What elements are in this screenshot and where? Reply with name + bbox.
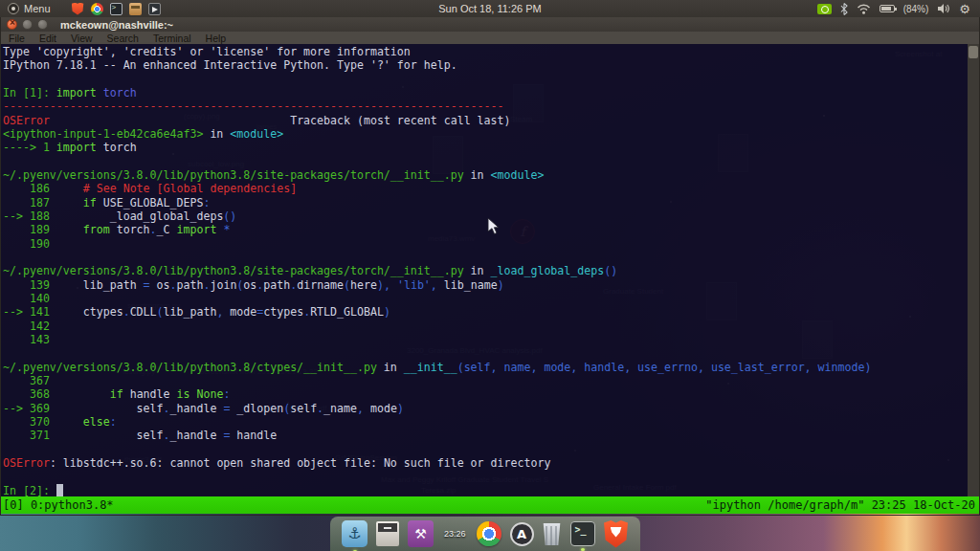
terminal-output: Type 'copyright', 'credits' or 'license'… bbox=[3, 45, 871, 496]
terminal-line: 368 if handle is None: bbox=[3, 387, 871, 401]
bluetooth-icon[interactable] bbox=[840, 3, 848, 15]
volume-icon[interactable] bbox=[937, 3, 950, 14]
terminal-line: --> 141 ctypes.CDLL(lib_path, mode=ctype… bbox=[3, 305, 871, 319]
menu-help[interactable]: Help bbox=[206, 33, 227, 44]
terminal-line: ~/.pyenv/versions/3.8.0/lib/python3.8/si… bbox=[3, 168, 871, 182]
panel-menu-button[interactable]: Menu bbox=[0, 0, 58, 17]
terminal-scrollbar[interactable] bbox=[968, 44, 979, 496]
dock-chrome-icon[interactable] bbox=[477, 521, 501, 546]
terminal-line: In [1]: import torch bbox=[3, 86, 871, 99]
anchor-glyph: ⚓ bbox=[347, 526, 361, 541]
terminal-line: IPython 7.18.1 -- An enhanced Interactiv… bbox=[3, 58, 871, 72]
dock-tools-icon[interactable]: ⚒ bbox=[408, 520, 434, 547]
tools-glyph: ⚒ bbox=[414, 527, 427, 540]
terminal-line: 140 bbox=[3, 292, 871, 305]
terminal-titlebar[interactable]: mckeown@nashville:~ bbox=[1, 17, 979, 32]
screen-window-list: [0] 0:python3.8* bbox=[3, 496, 114, 514]
battery-percent[interactable]: (84%) bbox=[903, 4, 929, 14]
window-title: mckeown@nashville:~ bbox=[60, 19, 173, 31]
terminal-line bbox=[3, 73, 871, 86]
nvidia-icon[interactable] bbox=[817, 4, 832, 14]
terminal-line: <ipython-input-1-eb42ca6e4af3> in <modul… bbox=[3, 127, 871, 141]
dock-trash-icon[interactable] bbox=[543, 522, 562, 545]
files-icon[interactable] bbox=[129, 3, 142, 15]
brave-icon[interactable] bbox=[72, 3, 84, 15]
terminal-line: OSError Traceback (most recent call last… bbox=[3, 114, 871, 127]
terminal-line: 142 bbox=[3, 320, 871, 333]
terminal-line: 371 self._handle = handle bbox=[3, 429, 871, 442]
dock-file-cabinet-icon[interactable] bbox=[376, 521, 399, 546]
terminal-line: OSError: libstdc++.so.6: cannot open sha… bbox=[3, 456, 871, 470]
window-close-button[interactable] bbox=[7, 19, 17, 30]
remote-icon[interactable] bbox=[148, 3, 161, 15]
scrollbar-thumb[interactable] bbox=[969, 46, 978, 58]
terminal-glyph: >_ bbox=[575, 524, 587, 535]
window-maximize-button[interactable] bbox=[37, 19, 48, 30]
distro-menu-icon bbox=[8, 3, 19, 14]
top-panel: Menu Sun Oct 18, 11:26 PM (84%) ⚙ bbox=[0, 0, 980, 17]
system-tray: (84%) ⚙ bbox=[817, 0, 980, 17]
terminal-line: --> 188 _load_global_deps() bbox=[3, 209, 871, 223]
screen-status-right: "ipython /home/graph/m" 23:25 18-Oct-20 bbox=[705, 496, 975, 514]
power-gear-icon[interactable]: ⚙ bbox=[959, 3, 970, 15]
terminal-line: ~/.pyenv/versions/3.8.0/lib/python3.8/si… bbox=[3, 264, 871, 277]
dock-app-updater-icon[interactable]: A bbox=[510, 522, 534, 546]
dock-terminal-icon[interactable]: >_ bbox=[570, 521, 595, 546]
dock: ⚓⚒23:26A>_ bbox=[330, 517, 640, 551]
terminal-line: 186 # See Note [Global dependencies] bbox=[3, 182, 871, 195]
terminal-line bbox=[3, 155, 871, 168]
terminal-line: --> 369 self._handle = _dlopen(self._nam… bbox=[3, 402, 871, 415]
dock-brave-icon[interactable] bbox=[604, 520, 629, 548]
battery-icon[interactable] bbox=[880, 5, 895, 12]
terminal-line bbox=[3, 346, 871, 360]
dock-clock: 23:26 bbox=[442, 529, 468, 539]
terminal-line: ~/.pyenv/versions/3.8.0/lib/python3.8/ct… bbox=[3, 361, 871, 374]
terminal-line: 190 bbox=[3, 237, 871, 251]
terminal-line: 187 if USE_GLOBAL_DEPS: bbox=[3, 196, 871, 209]
chrome-icon[interactable] bbox=[91, 3, 103, 15]
terminal-line: 367 bbox=[3, 374, 871, 387]
terminal-line: Type 'copyright', 'credits' or 'license'… bbox=[3, 45, 871, 58]
terminal-body[interactable]: Type 'copyright', 'credits' or 'license'… bbox=[1, 44, 979, 496]
terminal-line: 189 from torch._C import * bbox=[3, 223, 871, 236]
menu-search[interactable]: Search bbox=[107, 33, 139, 44]
terminal-line: 370 else: bbox=[3, 415, 871, 429]
terminal-line bbox=[3, 251, 871, 264]
menu-edit[interactable]: Edit bbox=[39, 33, 56, 44]
dock-anchor-icon[interactable]: ⚓ bbox=[342, 520, 368, 547]
terminal-line: In [2]: bbox=[3, 484, 871, 497]
terminal-window: mckeown@nashville:~ FileEditViewSearchTe… bbox=[0, 17, 980, 516]
terminal-menubar: FileEditViewSearchTerminalHelp bbox=[1, 32, 979, 44]
menu-file[interactable]: File bbox=[9, 33, 25, 44]
screen-statusbar: [0] 0:python3.8* "ipython /home/graph/m"… bbox=[1, 496, 979, 514]
app-updater-glyph: A bbox=[517, 528, 526, 540]
terminal-line: 139 lib_path = os.path.join(os.path.dirn… bbox=[3, 278, 871, 292]
wifi-icon[interactable] bbox=[857, 4, 871, 14]
menu-view[interactable]: View bbox=[71, 33, 93, 44]
window-minimize-button[interactable] bbox=[22, 19, 33, 30]
terminal-line: ----------------------------------------… bbox=[3, 99, 871, 113]
menu-terminal[interactable]: Terminal bbox=[153, 33, 191, 44]
panel-app-shortcuts bbox=[72, 0, 161, 17]
terminal-line bbox=[3, 443, 871, 456]
terminal-line: 143 bbox=[3, 333, 871, 346]
terminal-icon[interactable] bbox=[110, 3, 122, 15]
terminal-line bbox=[3, 470, 871, 483]
panel-menu-label: Menu bbox=[24, 3, 51, 14]
terminal-line: ----> 1 import torch bbox=[3, 141, 871, 154]
